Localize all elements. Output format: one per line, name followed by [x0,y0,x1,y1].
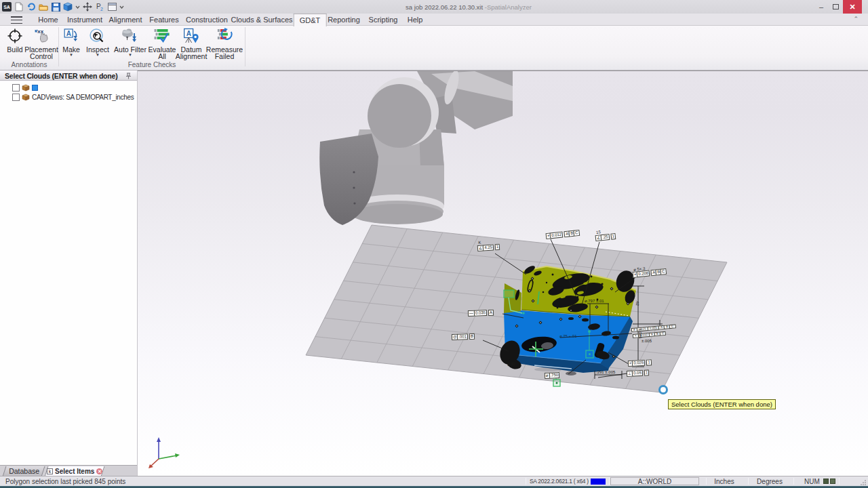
datum-alignment-button[interactable]: A Datum Alignment [176,27,208,60]
dimension-text: ⌀.797 ±.01 [585,298,604,303]
tab-features[interactable]: Features [149,14,178,26]
tab-clouds-surfaces[interactable]: Clouds & Surfaces [231,14,292,26]
group-label-annotations: Annotations [12,61,47,68]
build-crosshair-icon [7,27,23,45]
application-window: SA P2 [0,0,868,488]
status-led-2 [830,479,835,484]
viewport-3d[interactable]: ⌖0.012ABC∠.25115∠4.251K⌖0.208ABC⌀ 5×.3—0… [138,70,868,476]
ribbon-collapse-icon[interactable]: ⌃ [853,16,859,22]
tab-database[interactable]: Database [3,466,45,476]
ribbon: Build xx Placement Control A Make ▼ [0,26,868,70]
status-led-1 [823,479,829,484]
dropdown-caret2-icon[interactable] [119,2,124,12]
view-cube-icon[interactable] [63,2,73,12]
num-lock-pane: NUM [804,477,820,486]
window-title-app: -SpatialAnalyzer [485,3,532,11]
scene-canvas [138,70,868,476]
maximize-button[interactable] [829,0,842,14]
progress-indicator [591,479,606,485]
checkbox2[interactable] [12,94,20,101]
datum-alignment-icon: A [176,27,208,45]
tab-construction[interactable]: Construction [186,14,228,26]
window-title: sa job 2022.06.22 10.30.xit -SpatialAnal… [406,3,532,11]
tree-view: CADViews: SA DEMOPART_inches [0,81,137,468]
angle-units-pane[interactable]: Degrees [756,477,783,486]
cursor-ring-icon [658,385,668,394]
dimension-text: ±.005 [642,339,652,343]
svg-text:A: A [66,30,71,37]
resize-grip[interactable] [860,479,867,486]
status-bar: Polygon selection last picked 845 points… [0,476,868,486]
tab-reporting[interactable]: Reporting [328,14,360,26]
auto-filter-button[interactable]: Auto Filter ▼ [114,27,146,57]
dimension-text: 2.30 [507,362,515,367]
build-button[interactable]: Build [7,27,23,53]
pin-icon[interactable] [125,73,132,79]
active-frame-pane[interactable]: A::WORLD [610,477,699,485]
select-items-icon: k [47,468,53,474]
app-logo-icon[interactable]: SA [2,2,12,12]
selected-item-highlight [32,85,38,91]
group-label-feature-checks: Feature Checks [128,61,176,68]
minimize-button[interactable]: – [814,0,829,14]
status-version: SA 2022.2.0621.1 ( x64 ) [530,477,589,486]
instrument-icon[interactable]: P2 [95,2,104,12]
tab-select-items[interactable]: kSelect Items✕ [45,466,105,476]
dropdown-caret-icon[interactable] [75,2,80,12]
select-clouds-panel: Select Clouds (ENTER when done) CADViews… [0,70,138,476]
tab-alignment[interactable]: Alignment [109,14,142,26]
tree-row-cadviews[interactable]: CADViews: SA DEMOPART_inches [0,92,137,102]
close-button[interactable]: ✕ [843,0,862,14]
save-icon[interactable] [51,2,60,12]
doc-tab-strip: Database kSelect Items✕ [0,465,137,476]
tree-item-label: CADViews: SA DEMOPART_inches [32,94,134,101]
cursor-tooltip: Select Clouds (ENTER when done) [668,399,776,409]
tab-scripting[interactable]: Scripting [369,14,398,26]
group-separator [58,27,59,66]
close-tab-icon[interactable]: ✕ [96,468,102,474]
window-layout-icon[interactable] [107,2,117,12]
gdt-callout: ⊥0.051 [627,369,650,377]
window-title-file: sa job 2022.06.22 10.30.xit [406,3,483,11]
menu-hamburger-icon[interactable] [11,16,22,24]
tab-home[interactable]: Home [38,14,58,26]
tab-instrument[interactable]: Instrument [67,14,102,26]
make-feature-icon: A [62,27,80,45]
gdt-callout: ⌖0.0251 [629,359,652,367]
title-bar: SA P2 [0,0,868,14]
cad-object-icon [22,84,30,92]
new-document-icon[interactable] [14,2,24,12]
evaluate-all-icon [149,27,176,45]
quick-access-toolbar: SA P2 [2,1,124,12]
dimension-text: 1.005 [638,328,642,338]
units-pane[interactable]: Inches [712,477,736,486]
status-message: Polygon selection last picked 845 points [5,477,125,486]
gdt-callout: —0.035A [469,310,494,317]
placement-control-button[interactable]: xx Placement Control [24,27,58,60]
open-folder-icon[interactable] [39,2,48,12]
tab-help[interactable]: Help [408,14,423,26]
checkbox[interactable] [12,84,20,92]
tab-gdt[interactable]: GD&T [294,14,327,26]
placement-hand-icon: xx [24,27,58,45]
svg-text:A: A [186,30,191,37]
move-tool-icon[interactable] [83,2,92,12]
gdt-callout: ◎.001B [452,333,475,340]
ribbon-tab-bar: Home Instrument Alignment Features Const… [0,14,868,26]
gdt-callout: ⌀.750 [545,372,560,379]
panel-header: Select Clouds (ENTER when done) [0,70,137,81]
svg-text:2: 2 [100,7,103,12]
import-icon[interactable] [26,2,36,12]
group-separator2 [245,27,245,66]
remeasure-failed-button[interactable]: Remeasure Failed [206,27,243,60]
panel-title: Select Clouds (ENTER when done) [5,72,117,80]
evaluate-all-button[interactable]: Evaluate All [149,27,176,60]
make-button[interactable]: A Make ▼ [62,27,80,57]
dimension-text: .291 ±.005 [596,370,615,374]
cad-object-icon2 [22,94,30,101]
inspect-magnifier-icon [86,27,109,45]
tree-row-selected[interactable] [0,83,137,92]
remeasure-failed-icon [206,27,243,45]
auto-filter-cloud-icon [114,27,146,45]
inspect-button[interactable]: Inspect ▼ [86,27,109,57]
